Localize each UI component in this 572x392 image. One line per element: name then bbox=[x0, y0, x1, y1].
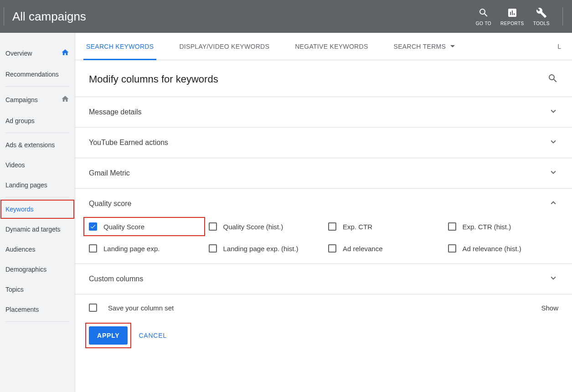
checkbox[interactable] bbox=[328, 244, 336, 253]
check-label: Quality Score (hist.) bbox=[223, 223, 283, 231]
checkbox[interactable] bbox=[89, 244, 97, 253]
section-title: Custom columns bbox=[89, 275, 143, 283]
sidebar-divider bbox=[5, 86, 69, 87]
sidebar-item-placements[interactable]: Placements bbox=[0, 299, 75, 320]
chevron-down-icon bbox=[548, 106, 558, 118]
sidebar-item-audiences[interactable]: Audiences bbox=[0, 239, 75, 259]
tab-search-keywords[interactable]: SEARCH KEYWORDS bbox=[86, 33, 154, 60]
tab-search-terms[interactable]: SEARCH TERMS bbox=[394, 33, 455, 60]
save-columns-label: Save your column set bbox=[108, 304, 174, 312]
page-title-row: Modify columns for keywords bbox=[75, 60, 572, 97]
check-label: Exp. CTR (hist.) bbox=[463, 223, 511, 231]
section-header[interactable]: Message details bbox=[75, 97, 572, 127]
sidebar-item-label: Videos bbox=[5, 161, 69, 169]
tab-label: SEARCH KEYWORDS bbox=[86, 43, 154, 50]
goto-label: GO TO bbox=[476, 21, 491, 26]
chevron-down-icon bbox=[548, 273, 558, 285]
sidebar-divider bbox=[5, 321, 69, 322]
check-item-exp-ctr-hist-[interactable]: Exp. CTR (hist.) bbox=[448, 222, 559, 231]
sidebar-item-recommendations[interactable]: Recommendations bbox=[0, 64, 75, 84]
check-item-quality-score[interactable]: Quality Score bbox=[84, 218, 204, 235]
sidebar-item-overview[interactable]: Overview bbox=[0, 42, 75, 64]
sidebar-item-keywords[interactable]: Keywords bbox=[0, 199, 75, 219]
reports-label: REPORTS bbox=[500, 21, 524, 26]
sidebar-item-videos[interactable]: Videos bbox=[0, 155, 75, 175]
check-item-ad-relevance[interactable]: Ad relevance bbox=[328, 244, 439, 253]
tab-display-video-keywords[interactable]: DISPLAY/VIDEO KEYWORDS bbox=[179, 33, 269, 60]
tools-label: TOOLS bbox=[533, 21, 550, 26]
home-icon bbox=[61, 95, 69, 104]
wrench-icon bbox=[536, 7, 547, 21]
goto-tool[interactable]: GO TO bbox=[476, 7, 491, 26]
section-message-details: Message details bbox=[75, 97, 572, 128]
sidebar-item-label: Ad groups bbox=[5, 117, 69, 124]
sidebar: OverviewRecommendationsCampaignsAd group… bbox=[0, 33, 75, 392]
header-title: All campaigns bbox=[12, 10, 86, 24]
section-gmail-metric: Gmail Metric bbox=[75, 158, 572, 189]
check-label: Quality Score bbox=[103, 223, 144, 231]
check-label: Exp. CTR bbox=[343, 223, 372, 231]
tabs-trail: L bbox=[557, 43, 561, 50]
chevron-up-icon bbox=[548, 198, 558, 210]
tab-negative-keywords[interactable]: NEGATIVE KEYWORDS bbox=[295, 33, 368, 60]
sidebar-item-label: Landing pages bbox=[5, 181, 69, 189]
section-title: Gmail Metric bbox=[89, 169, 130, 177]
tabs: SEARCH KEYWORDSDISPLAY/VIDEO KEYWORDSNEG… bbox=[75, 33, 572, 60]
checkbox[interactable] bbox=[209, 244, 217, 253]
checkbox[interactable] bbox=[209, 222, 217, 231]
tab-label: DISPLAY/VIDEO KEYWORDS bbox=[179, 43, 269, 50]
sidebar-item-ads-extensions[interactable]: Ads & extensions bbox=[0, 135, 75, 155]
checkbox[interactable] bbox=[448, 244, 456, 253]
chevron-down-icon bbox=[548, 167, 558, 179]
section-header[interactable]: YouTube Earned actions bbox=[75, 128, 572, 158]
sidebar-item-label: Demographics bbox=[5, 266, 69, 273]
section-header[interactable]: Gmail Metric bbox=[75, 158, 572, 188]
check-label: Landing page exp. bbox=[103, 245, 160, 253]
tab-label: NEGATIVE KEYWORDS bbox=[295, 43, 368, 50]
header-right: GO TO REPORTS TOOLS bbox=[476, 7, 563, 26]
checkbox[interactable] bbox=[89, 222, 97, 231]
header-right-divider bbox=[562, 7, 563, 26]
section-title: Message details bbox=[89, 108, 142, 116]
sidebar-item-label: Topics bbox=[5, 286, 69, 293]
section-body: Quality ScoreQuality Score (hist.)Exp. C… bbox=[75, 219, 572, 263]
reports-icon bbox=[507, 7, 518, 21]
cancel-button[interactable]: CANCEL bbox=[139, 332, 167, 339]
chevron-down-icon bbox=[450, 45, 455, 47]
check-item-quality-score-hist-[interactable]: Quality Score (hist.) bbox=[209, 222, 319, 231]
sidebar-item-label: Placements bbox=[5, 306, 69, 313]
sidebar-divider bbox=[5, 197, 69, 197]
section-quality-score: Quality scoreQuality ScoreQuality Score … bbox=[75, 189, 572, 264]
check-item-ad-relevance-hist-[interactable]: Ad relevance (hist.) bbox=[448, 244, 559, 253]
sidebar-item-label: Recommendations bbox=[5, 71, 69, 78]
check-label: Landing page exp. (hist.) bbox=[223, 245, 299, 253]
checkbox[interactable] bbox=[448, 222, 456, 231]
sidebar-item-label: Overview bbox=[5, 50, 61, 57]
sidebar-item-label: Audiences bbox=[5, 246, 69, 253]
save-row: Save your column set Show bbox=[75, 294, 572, 316]
sidebar-item-landing-pages[interactable]: Landing pages bbox=[0, 175, 75, 195]
apply-button[interactable]: APPLY bbox=[89, 326, 128, 345]
reports-tool[interactable]: REPORTS bbox=[500, 7, 524, 26]
save-columns-checkbox[interactable] bbox=[89, 304, 97, 312]
sidebar-item-campaigns[interactable]: Campaigns bbox=[0, 88, 75, 111]
section-youtube-earned-actions: YouTube Earned actions bbox=[75, 128, 572, 158]
sidebar-item-label: Keywords bbox=[5, 206, 69, 213]
checkbox-grid: Quality ScoreQuality Score (hist.)Exp. C… bbox=[89, 222, 558, 253]
check-item-landing-page-exp-hist-[interactable]: Landing page exp. (hist.) bbox=[209, 244, 319, 253]
sidebar-item-demographics[interactable]: Demographics bbox=[0, 259, 75, 279]
section-header[interactable]: Custom columns bbox=[75, 264, 572, 294]
sidebar-item-topics[interactable]: Topics bbox=[0, 279, 75, 299]
app-header: All campaigns GO TO REPORTS TOOLS bbox=[0, 0, 572, 33]
tools-tool[interactable]: TOOLS bbox=[533, 7, 550, 26]
checkbox[interactable] bbox=[328, 222, 336, 231]
sections: Message detailsYouTube Earned actionsGma… bbox=[75, 97, 572, 294]
show-label[interactable]: Show bbox=[541, 304, 558, 312]
section-header[interactable]: Quality score bbox=[75, 189, 572, 219]
sidebar-item-label: Ads & extensions bbox=[5, 141, 69, 149]
check-item-landing-page-exp-[interactable]: Landing page exp. bbox=[89, 244, 200, 253]
sidebar-item-dynamic-ad-targets[interactable]: Dynamic ad targets bbox=[0, 219, 75, 239]
sidebar-item-ad-groups[interactable]: Ad groups bbox=[0, 111, 75, 131]
check-item-exp-ctr[interactable]: Exp. CTR bbox=[328, 222, 439, 231]
search-icon[interactable] bbox=[547, 73, 558, 86]
